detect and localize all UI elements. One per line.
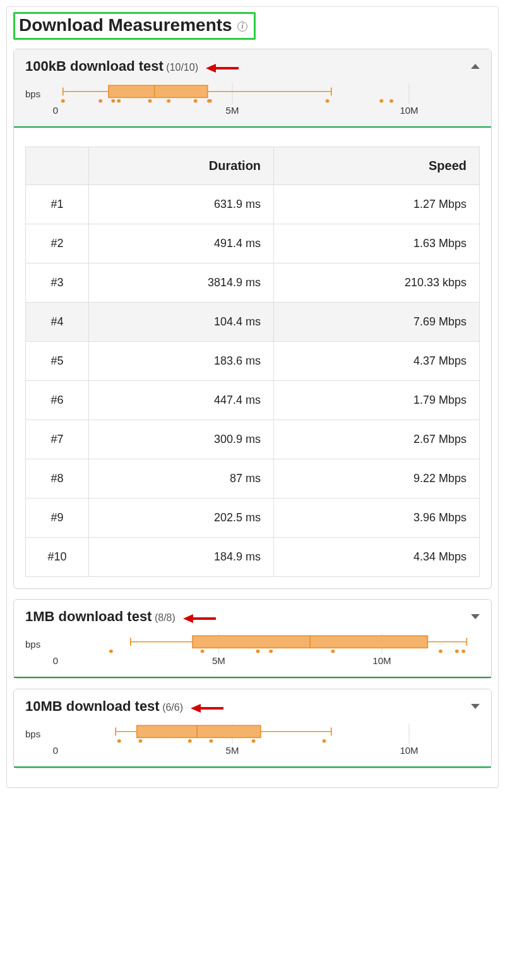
svg-point-37	[461, 650, 465, 653]
svg-point-18	[326, 99, 330, 103]
svg-point-32	[256, 650, 260, 653]
card-title: 100kB download test	[25, 58, 163, 74]
card-count: (8/8)	[155, 612, 175, 623]
table-row[interactable]: #6447.4 ms1.79 Mbps	[26, 381, 480, 420]
table-row[interactable]: #33814.9 ms210.33 kbps	[26, 263, 480, 303]
chart-area: bps05M10M	[25, 631, 480, 677]
card-title: 10MB download test	[25, 698, 160, 714]
table-header	[26, 147, 89, 185]
boxplot-chart	[56, 723, 480, 744]
svg-point-35	[439, 650, 443, 653]
svg-point-19	[379, 99, 383, 103]
table-row[interactable]: #9202.5 ms3.96 Mbps	[26, 499, 480, 538]
svg-point-51	[252, 739, 256, 743]
svg-point-34	[331, 650, 335, 653]
card-count: (10/10)	[166, 62, 198, 73]
table-row[interactable]: #2491.4 ms1.63 Mbps	[26, 224, 480, 263]
svg-rect-7	[109, 85, 208, 97]
table-row[interactable]: #10184.9 ms4.34 Mbps	[26, 538, 480, 577]
chart-ylabel: bps	[25, 639, 50, 650]
boxplot-chart	[56, 634, 480, 654]
annotation-arrow-icon	[189, 703, 225, 714]
chart-ylabel: bps	[25, 729, 50, 739]
chart-axis: 05M10M	[25, 105, 480, 118]
annotation-arrow-icon	[205, 63, 240, 74]
table-row[interactable]: #4104.4 ms7.69 Mbps	[26, 303, 480, 342]
table-header: Duration	[89, 147, 274, 185]
chevron-up-icon[interactable]	[471, 64, 480, 69]
download-measurements-panel: Download Measurements i 100kB download t…	[6, 6, 499, 788]
results-table: DurationSpeed#1631.9 ms1.27 Mbps#2491.4 …	[25, 147, 480, 577]
svg-marker-22	[183, 614, 193, 623]
boxplot-chart	[56, 83, 480, 104]
svg-rect-45	[137, 725, 261, 737]
chart-ylabel: bps	[25, 88, 50, 99]
svg-point-12	[117, 99, 121, 103]
chart-axis: 05M10M	[25, 745, 480, 758]
svg-point-47	[117, 739, 121, 743]
svg-point-14	[167, 99, 170, 103]
chart-area: bps05M10M	[25, 721, 480, 766]
download-test-card: 1MB download test (8/8)bps05M10M	[13, 599, 492, 679]
table-row[interactable]: #5183.6 ms4.37 Mbps	[26, 342, 480, 381]
svg-point-11	[111, 99, 115, 103]
card-header[interactable]: 1MB download test (8/8)bps05M10M	[14, 600, 491, 678]
results-table-wrap: DurationSpeed#1631.9 ms1.27 Mbps#2491.4 …	[14, 128, 491, 588]
svg-point-50	[209, 739, 213, 743]
download-test-card: 100kB download test (10/10)bps05M10MDura…	[13, 49, 492, 589]
svg-point-33	[269, 650, 273, 653]
table-header: Speed	[274, 147, 480, 185]
svg-point-15	[194, 99, 198, 103]
download-test-card: 10MB download test (6/6)bps05M10M	[13, 689, 492, 768]
svg-point-49	[188, 739, 192, 743]
chart-area: bps05M10M	[25, 81, 480, 126]
chart-axis: 05M10M	[25, 655, 480, 668]
card-title: 1MB download test	[25, 608, 152, 624]
svg-point-30	[109, 650, 113, 653]
info-icon[interactable]: i	[237, 21, 247, 32]
annotation-arrow-icon	[182, 613, 217, 624]
svg-point-20	[389, 99, 393, 103]
svg-point-9	[61, 99, 65, 103]
svg-point-17	[208, 99, 212, 103]
table-row[interactable]: #1631.9 ms1.27 Mbps	[26, 185, 480, 224]
card-header[interactable]: 10MB download test (6/6)bps05M10M	[14, 689, 491, 768]
page-title: Download Measurements	[19, 15, 232, 35]
table-row[interactable]: #7300.9 ms2.67 Mbps	[26, 420, 480, 459]
table-row[interactable]: #887 ms9.22 Mbps	[26, 459, 480, 499]
card-header[interactable]: 100kB download test (10/10)bps05M10M	[14, 49, 491, 128]
svg-point-48	[138, 739, 142, 743]
svg-point-31	[201, 650, 205, 653]
page-title-highlight-box: Download Measurements i	[13, 12, 256, 40]
chevron-down-icon[interactable]	[471, 704, 480, 709]
card-count: (6/6)	[162, 702, 183, 713]
chevron-down-icon[interactable]	[471, 614, 480, 619]
svg-point-10	[98, 99, 102, 103]
svg-marker-1	[206, 64, 216, 73]
svg-point-52	[323, 739, 326, 743]
svg-marker-39	[191, 704, 201, 713]
svg-point-36	[455, 650, 459, 653]
svg-point-13	[148, 99, 152, 103]
